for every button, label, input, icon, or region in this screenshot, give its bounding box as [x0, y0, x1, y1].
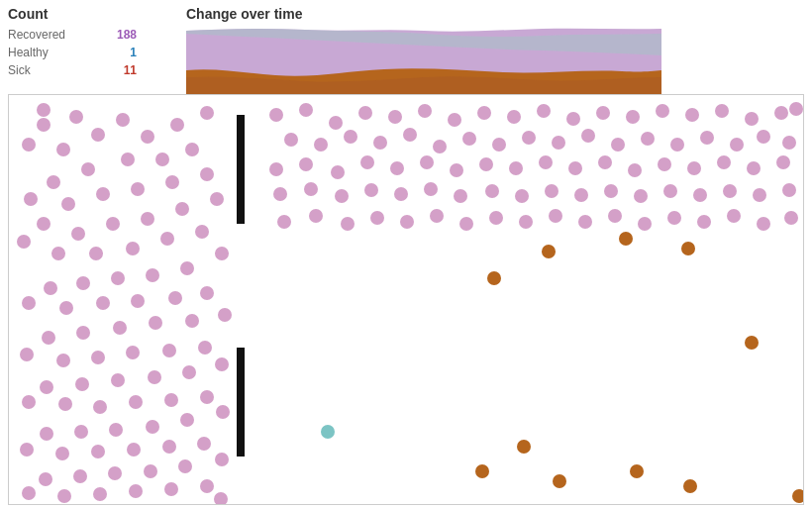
- dot-recovered-99: [418, 104, 432, 118]
- dot-recovered-73: [40, 427, 53, 441]
- dot-recovered-84: [73, 469, 87, 483]
- dot-recovered-36: [76, 276, 90, 290]
- dot-sick-194: [745, 336, 759, 350]
- dot-recovered-25: [37, 217, 51, 231]
- dot-recovered-160: [604, 184, 618, 198]
- dot-recovered-136: [420, 155, 434, 169]
- dot-recovered-132: [299, 157, 313, 171]
- dot-recovered-76: [91, 445, 105, 458]
- dot-recovered-152: [364, 183, 378, 197]
- dot-recovered-153: [394, 187, 408, 201]
- dot-recovered-157: [515, 189, 529, 203]
- dot-recovered-177: [578, 215, 592, 229]
- dot-recovered-183: [757, 217, 770, 231]
- legend-value-healthy: 1: [130, 44, 137, 61]
- dot-healthy-185: [321, 425, 335, 439]
- dot-recovered-39: [59, 301, 73, 315]
- dot-recovered-91: [200, 479, 214, 493]
- dot-recovered-89: [129, 484, 143, 498]
- app: Count Recovered 188 Healthy 1 Sick 11 Ch…: [0, 0, 812, 508]
- dot-recovered-51: [56, 354, 70, 367]
- dot-recovered-155: [454, 189, 467, 203]
- dot-recovered-87: [57, 489, 71, 503]
- dot-recovered-15: [61, 197, 75, 211]
- dot-recovered-110: [745, 112, 759, 126]
- dot-recovered-26: [17, 235, 31, 249]
- dot-recovered-161: [634, 189, 648, 203]
- dot-recovered-7: [170, 118, 184, 132]
- dot-recovered-181: [697, 215, 711, 229]
- dot-recovered-118: [433, 140, 447, 153]
- dot-recovered-122: [552, 136, 565, 150]
- chart-container: Change over time: [186, 6, 804, 90]
- dot-recovered-56: [215, 357, 229, 371]
- dot-recovered-74: [20, 443, 34, 457]
- dot-recovered-40: [96, 296, 110, 310]
- dot-recovered-47: [113, 321, 127, 335]
- dot-recovered-22: [141, 212, 154, 226]
- legend: Count Recovered 188 Healthy 1 Sick 11: [8, 6, 166, 90]
- dot-sick-196: [630, 464, 644, 478]
- dot-recovered-83: [108, 466, 122, 480]
- dot-recovered-60: [75, 377, 89, 391]
- dot-recovered-124: [611, 138, 625, 152]
- dot-recovered-93: [37, 103, 51, 117]
- dot-recovered-69: [180, 413, 194, 427]
- dot-recovered-100: [448, 113, 461, 127]
- dot-recovered-94: [269, 108, 283, 122]
- wall-top: [237, 115, 245, 224]
- legend-row-healthy: Healthy 1: [8, 44, 137, 61]
- dot-recovered-151: [335, 189, 349, 203]
- dot-recovered-4: [91, 128, 105, 142]
- dot-recovered-111: [774, 106, 788, 120]
- dot-recovered-64: [93, 400, 107, 414]
- top-panel: Count Recovered 188 Healthy 1 Sick 11 Ch…: [0, 0, 812, 94]
- dot-recovered-142: [598, 155, 612, 169]
- wall-bottom: [237, 348, 245, 457]
- dot-recovered-147: [747, 161, 761, 175]
- dot-recovered-88: [93, 487, 107, 501]
- dot-recovered-33: [180, 261, 194, 275]
- dot-recovered-169: [341, 217, 355, 231]
- dot-recovered-80: [215, 453, 229, 466]
- dot-sick-192: [619, 232, 633, 246]
- dot-recovered-70: [146, 420, 159, 434]
- dot-recovered-115: [344, 130, 357, 144]
- dot-recovered-175: [519, 215, 533, 229]
- dot-recovered-11: [121, 152, 135, 166]
- dot-recovered-109: [715, 104, 729, 118]
- dot-recovered-62: [22, 395, 36, 409]
- dot-recovered-3: [22, 138, 36, 152]
- dot-recovered-63: [58, 397, 72, 411]
- dot-recovered-168: [309, 209, 323, 223]
- dot-recovered-126: [670, 138, 684, 152]
- dot-recovered-59: [111, 373, 125, 387]
- dot-recovered-72: [74, 425, 88, 439]
- dot-recovered-135: [390, 161, 404, 175]
- dot-recovered-162: [663, 184, 677, 198]
- dot-recovered-104: [566, 112, 580, 126]
- dot-recovered-174: [489, 211, 503, 225]
- dot-recovered-143: [628, 163, 642, 177]
- legend-row-recovered: Recovered 188: [8, 26, 137, 44]
- dot-recovered-137: [450, 163, 463, 177]
- dot-recovered-117: [403, 128, 417, 142]
- dot-recovered-120: [492, 138, 506, 152]
- dot-recovered-101: [477, 106, 491, 120]
- dot-recovered-165: [753, 188, 766, 202]
- dot-recovered-30: [160, 232, 174, 246]
- dot-recovered-71: [109, 423, 123, 437]
- dot-sick-188: [517, 440, 531, 454]
- dot-recovered-58: [148, 370, 161, 384]
- dot-recovered-106: [626, 110, 640, 124]
- dot-recovered-108: [685, 108, 699, 122]
- dot-recovered-16: [96, 187, 110, 201]
- dot-recovered-53: [126, 346, 140, 359]
- dot-recovered-78: [162, 440, 176, 454]
- dot-recovered-12: [81, 162, 95, 176]
- dot-recovered-141: [568, 161, 582, 175]
- dot-recovered-49: [42, 331, 55, 345]
- dot-recovered-75: [55, 447, 69, 460]
- dot-recovered-82: [144, 464, 157, 478]
- dot-recovered-0: [37, 118, 51, 132]
